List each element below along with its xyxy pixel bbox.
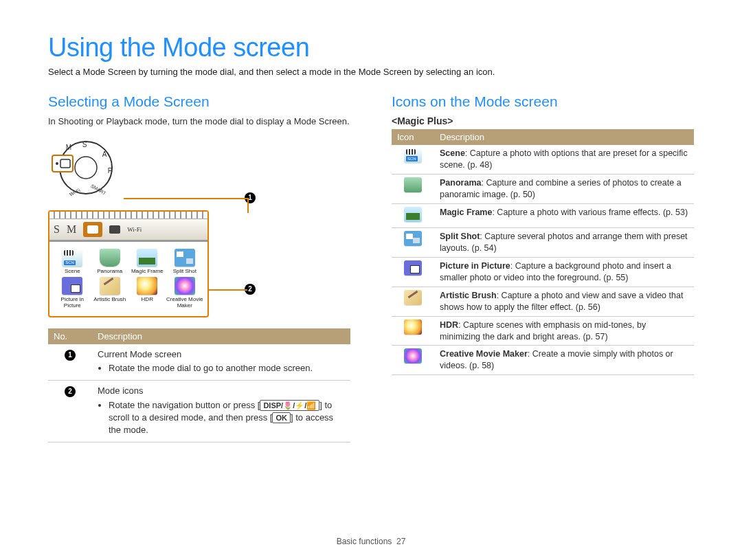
tab-m: M — [67, 223, 76, 236]
page-footer: Basic functions 27 — [0, 537, 742, 546]
hdr-icon — [404, 320, 422, 335]
pip-icon — [404, 260, 422, 276]
pano-icon — [404, 177, 422, 192]
table-row: Creative Movie Maker: Create a movie sim… — [392, 346, 694, 375]
grid-item-scene: Scene — [54, 249, 91, 275]
row2-desc: Mode icons Rotate the navigation button … — [92, 381, 350, 443]
icon-description: Panorama: Capture and combine a series o… — [434, 174, 694, 203]
dial-a: A — [102, 150, 107, 158]
brush-icon — [404, 290, 422, 305]
icon-description: Split Shot: Capture several photos and a… — [434, 228, 694, 258]
table-row: Panorama: Capture and combine a series o… — [392, 174, 694, 203]
grid-label: HDR — [142, 297, 153, 303]
icon-description: Picture in Picture: Capture a background… — [434, 258, 694, 287]
icon-description: Artistic Brush: Capture a photo and view… — [434, 287, 694, 316]
icon-description: Magic Frame: Capture a photo with variou… — [434, 203, 694, 228]
brush-icon — [100, 277, 120, 295]
selecting-heading: Selecting a Mode Screen — [48, 93, 350, 110]
movie-icon — [175, 277, 195, 295]
tab-wifi: Wi-Fi — [127, 226, 142, 233]
ok-button-label: OK — [272, 412, 291, 423]
split-icon — [175, 249, 195, 267]
th-icon: Icon — [392, 129, 434, 145]
icons-heading: Icons on the Mode screen — [392, 93, 694, 110]
th-description: Description — [434, 129, 694, 145]
icon-description: Scene: Capture a photo with options that… — [434, 145, 694, 174]
icon-description: Creative Movie Maker: Create a movie sim… — [434, 346, 694, 375]
grid-label: Artistic Brush — [93, 297, 126, 303]
row1-badge: 1 — [65, 350, 76, 361]
icons-table: Icon Description Scene: Capture a photo … — [392, 129, 694, 375]
scene-icon — [404, 148, 422, 163]
intro-text: Select a Mode Screen by turning the mode… — [48, 67, 694, 77]
movie-icon — [404, 348, 422, 363]
grid-label: Magic Frame — [131, 269, 164, 275]
dial-p: P — [108, 167, 113, 175]
tab-video-icon — [109, 225, 120, 234]
th-no: No. — [48, 328, 92, 344]
table-row: Scene: Capture a photo with options that… — [392, 145, 694, 174]
grid-item-pip: Picture in Picture — [54, 277, 91, 309]
magic-plus-subhead: <Magic Plus> — [392, 115, 694, 126]
disp-button-label: DISP/🌷/⚡/📶 — [260, 400, 319, 411]
dial-m: M — [66, 144, 71, 151]
grid-item-frame: Magic Frame — [128, 249, 166, 275]
table-row: Artistic Brush: Capture a photo and view… — [392, 287, 694, 316]
tab-magic-active-icon — [83, 222, 102, 237]
th-desc: Description — [92, 328, 350, 344]
mode-dial-illustration: S A P SMART Wi-Fi M — [48, 135, 131, 197]
grid-label: Picture in Picture — [54, 297, 91, 309]
svg-point-3 — [56, 162, 58, 165]
mode-screen-mock: S M Wi-Fi ScenePanoramaMagic FrameSplit … — [48, 210, 209, 317]
split-icon — [404, 231, 422, 246]
callout-line — [207, 289, 247, 291]
page-title: Using the Mode screen — [48, 33, 694, 63]
grid-item-movie: Creative Movie Maker — [166, 277, 204, 309]
grid-label: Panorama — [97, 269, 122, 275]
grid-label: Creative Movie Maker — [166, 297, 204, 309]
tab-s: S — [54, 223, 60, 236]
row1-desc: Current Mode screen Rotate the mode dial… — [92, 344, 350, 381]
table-row: Picture in Picture: Capture a background… — [392, 258, 694, 287]
grid-label: Split Shot — [173, 269, 196, 275]
grid-item-pano: Panorama — [91, 249, 129, 275]
table-row: Split Shot: Capture several photos and a… — [392, 228, 694, 258]
selecting-body: In Shooting or Playback mode, turn the m… — [48, 115, 350, 128]
table-row: HDR: Capture scenes with emphasis on mid… — [392, 316, 694, 346]
frame-icon — [137, 249, 157, 267]
grid-item-brush: Artistic Brush — [91, 277, 129, 309]
row2-badge: 2 — [65, 386, 76, 397]
grid-item-split: Split Shot — [166, 249, 204, 275]
grid-item-hdr: HDR — [128, 277, 166, 309]
pano-icon — [100, 249, 120, 267]
callout-line — [124, 198, 249, 213]
hdr-icon — [137, 277, 157, 295]
pip-icon — [62, 277, 82, 295]
grid-label: Scene — [65, 269, 80, 275]
frame-icon — [404, 207, 422, 222]
icon-description: HDR: Capture scenes with emphasis on mid… — [434, 316, 694, 346]
svg-point-1 — [75, 157, 97, 179]
dial-s: S — [82, 141, 87, 148]
table-row: Magic Frame: Capture a photo with variou… — [392, 203, 694, 228]
callout-table: No. Description 1 Current Mode screen Ro… — [48, 328, 350, 443]
scene-icon — [62, 249, 82, 267]
